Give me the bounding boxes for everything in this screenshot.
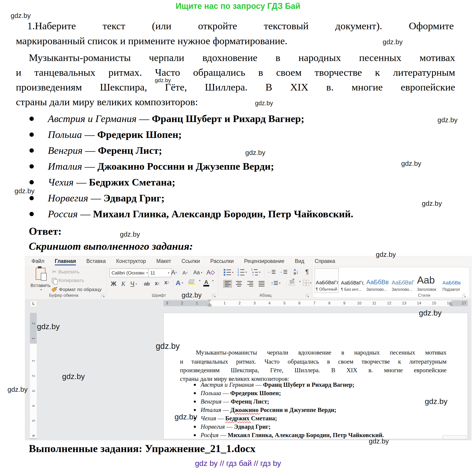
- bullet-icon: [194, 392, 196, 394]
- align-right-button[interactable]: [246, 280, 255, 288]
- paint-bucket-icon: [289, 279, 294, 284]
- ribbon-tab[interactable]: Рассылки: [210, 256, 234, 266]
- ribbon-tab[interactable]: Главная: [55, 256, 76, 266]
- ruler-number: 9: [342, 301, 347, 306]
- bold-button[interactable]: Ж: [111, 280, 116, 287]
- page-artifact: [442, 435, 466, 439]
- ribbon-tab[interactable]: Рецензирование: [244, 256, 285, 266]
- align-left-button[interactable]: [223, 280, 232, 288]
- paragraph-dialog-launcher[interactable]: ↘: [306, 294, 310, 298]
- list-item: Италия — Джоакино Россини и Джузеппе Вер…: [30, 158, 353, 174]
- chevron-down-icon[interactable]: ▾: [212, 279, 214, 282]
- superscript-button[interactable]: x2: [164, 279, 169, 286]
- style-card[interactable]: АabЗаголовок: [416, 268, 440, 293]
- outdent-icon: ←: [267, 270, 271, 274]
- bullet-icon: [30, 164, 34, 168]
- ruler-number: 1: [31, 359, 35, 363]
- text-effects-button[interactable]: А▾: [176, 279, 183, 287]
- numbered-list-button[interactable]: 1 2 3 ▾: [237, 269, 247, 276]
- line-spacing-button[interactable]: ↕ ▾: [271, 280, 280, 286]
- ribbon-tab[interactable]: Вид: [295, 256, 305, 266]
- style-card[interactable]: АаБбВвЗаголово...: [365, 268, 390, 293]
- screenshot-label: Скриншот выполненного задания:: [29, 240, 193, 252]
- indent-marker[interactable]: [208, 300, 211, 307]
- font-color-button[interactable]: А: [203, 279, 209, 287]
- ribbon: Вставить ▾ ✂ Вырезать Копировать Формат …: [25, 266, 471, 299]
- italic-button[interactable]: К: [121, 280, 125, 287]
- styles-group-label: Стили: [399, 293, 449, 298]
- show-marks-button[interactable]: ¶: [305, 268, 309, 275]
- change-case-button[interactable]: Аа▾: [193, 270, 202, 276]
- ruler-number: 3: [165, 301, 169, 306]
- files-caption: Выполненные задания: Упражнение_21_1.doc…: [29, 442, 255, 454]
- ribbon-tab[interactable]: Ссылки: [182, 256, 200, 266]
- tab-selector[interactable]: L: [30, 300, 37, 307]
- ruler-number: 2: [31, 374, 35, 378]
- indent-icon: →: [279, 270, 283, 274]
- sort-button[interactable]: А Я ↓: [293, 268, 299, 275]
- shading-button[interactable]: [289, 280, 295, 286]
- list-item: Норвегия — Эдвард Григ;: [30, 190, 353, 206]
- watermark: gdz.by: [255, 100, 273, 107]
- highlight-button[interactable]: [189, 279, 195, 285]
- clear-formatting-button[interactable]: А: [206, 269, 214, 276]
- ruler-number: 17: [462, 301, 466, 306]
- font-dialog-launcher[interactable]: ↘: [212, 294, 216, 298]
- horizontal-ruler: 3211234567891011121314151617: [163, 300, 468, 306]
- ruler-number: 3: [252, 301, 257, 306]
- align-center-button[interactable]: [235, 280, 243, 288]
- ribbon-tab[interactable]: Макет: [156, 256, 171, 266]
- subscript-button[interactable]: x2: [155, 280, 159, 287]
- shrink-font-button[interactable]: А˅: [183, 270, 188, 276]
- ruler-number: 14: [417, 301, 421, 306]
- list-item: Чехия — Бедржих Сметана;: [30, 174, 353, 190]
- ruler-number: 4: [267, 301, 272, 306]
- justify-button[interactable]: [257, 280, 266, 288]
- bullet-icon: [194, 426, 196, 428]
- scissors-icon: ✂: [52, 269, 56, 275]
- font-size-select[interactable]: 11▾: [148, 269, 171, 277]
- ribbon-tab[interactable]: Файл: [32, 256, 44, 266]
- doc-bullet-list: Австрия и Германия — Франц Шуберт и Риха…: [194, 381, 384, 439]
- watermark: gdz.by: [376, 251, 396, 258]
- multilevel-list-button[interactable]: 1 a i ▾: [251, 269, 260, 276]
- copy-button[interactable]: Копировать: [52, 278, 84, 283]
- increase-indent-button[interactable]: →: [279, 270, 287, 274]
- list-item: Австрия и Германия — Франц Шуберт и Риха…: [30, 111, 353, 127]
- ruler-number: 16: [447, 301, 451, 306]
- ribbon-tab[interactable]: Вставка: [86, 256, 106, 266]
- list-item: Норвегия — Эдвард Григ;: [194, 423, 384, 431]
- chevron-down-icon[interactable]: ▾: [299, 280, 301, 283]
- font-color-bar: [203, 285, 209, 287]
- styles-dialog-launcher[interactable]: ↘: [463, 294, 466, 298]
- style-card[interactable]: АаБбВвГг,¶ Без инт...: [340, 268, 364, 293]
- clipboard-icon: [35, 268, 46, 280]
- style-card[interactable]: АаБбВвГЗаголово...: [391, 268, 415, 293]
- format-painter-button[interactable]: Формат по образцу: [52, 287, 102, 292]
- ribbon-tab[interactable]: Справка: [315, 256, 335, 266]
- underline-button[interactable]: Ч▾: [130, 280, 137, 287]
- cut-button[interactable]: ✂ Вырезать: [52, 269, 80, 275]
- ribbon-tab[interactable]: Конструктор: [116, 256, 146, 266]
- chevron-down-icon[interactable]: ▾: [199, 279, 200, 282]
- list-item: Россия — Михаил Глинка, Александр Бороди…: [30, 206, 353, 222]
- task-text-line: произведениям Шекспира, Гёте, Шиллера. В…: [16, 81, 455, 95]
- bullet-list-button[interactable]: ▾: [224, 269, 234, 276]
- grow-font-button[interactable]: А˄: [171, 269, 177, 276]
- font-name-select[interactable]: Calibri (Основн▾: [109, 269, 150, 277]
- vertical-ruler: 21123456: [30, 313, 37, 439]
- bullet-list-icon: [224, 269, 231, 276]
- promo-banner: Ищите нас по запросу ГДЗ Бай: [0, 1, 476, 11]
- decrease-indent-button[interactable]: ←: [267, 270, 275, 274]
- watermark: gdz.by: [182, 291, 202, 299]
- ruler-number: 7: [312, 301, 317, 306]
- clipboard-dialog-launcher[interactable]: ↘: [101, 294, 105, 298]
- page: Ищите нас по запросу ГДЗ Бай 1.Наберите …: [0, 0, 476, 470]
- document-page[interactable]: Музыканты-романисты черпали вдохновение …: [163, 313, 468, 439]
- style-card[interactable]: АаБбВвГг,¶ Обычный: [315, 268, 339, 293]
- borders-button[interactable]: ▾: [303, 280, 311, 286]
- line-spacing-icon: ↕: [271, 280, 273, 286]
- style-card[interactable]: АаБбВвПодзагол: [442, 268, 466, 293]
- paste-button[interactable]: Вставить ▾: [32, 268, 50, 291]
- strikethrough-button[interactable]: ab: [144, 281, 150, 287]
